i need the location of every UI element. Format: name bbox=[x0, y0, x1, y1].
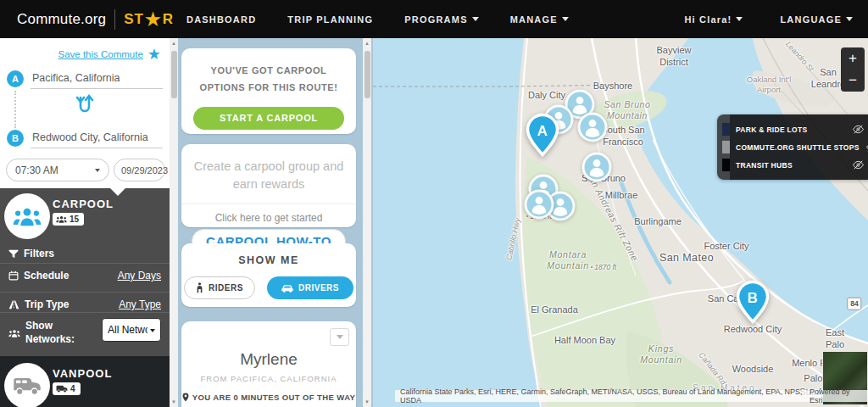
location-pin-icon bbox=[182, 393, 189, 402]
nav-right: Hi Clara! LANGUAGE bbox=[684, 0, 853, 38]
people-icon bbox=[8, 329, 20, 337]
map-label: Montara Mountain bbox=[547, 249, 589, 271]
app-window: Commute.org ST★R DASHBOARD TRIP PLANNING… bbox=[0, 0, 868, 407]
schedule-label: Schedule bbox=[8, 270, 69, 282]
map-label: Bayview District bbox=[657, 45, 692, 69]
vanpool-title: VANPOOL bbox=[53, 367, 112, 380]
vanpool-section: VANPOOL 4 bbox=[0, 356, 170, 407]
map-label: Half Moon Bay bbox=[554, 335, 615, 347]
divider bbox=[181, 204, 356, 204]
scroll-up-icon[interactable]: ▲ bbox=[170, 41, 178, 46]
powered-by-esri: Powered by Esri bbox=[810, 387, 863, 404]
map-zoom-control: + − bbox=[841, 47, 865, 92]
scrollbar-thumb[interactable] bbox=[171, 51, 177, 98]
zoom-in-button[interactable]: + bbox=[841, 47, 865, 70]
scrollbar-thumb[interactable] bbox=[364, 51, 370, 98]
svg-text:A: A bbox=[537, 123, 548, 139]
language-menu[interactable]: LANGUAGE bbox=[780, 14, 853, 25]
vanpool-mode-button[interactable] bbox=[4, 363, 50, 407]
results-panel: ▲ ▼ ▲ ▼ YOU'VE GOT CARPOOL OPTIONS FOR T… bbox=[170, 38, 373, 407]
nav-links: DASHBOARD TRIP PLANNING PROGRAMS MANAGE bbox=[186, 0, 569, 38]
carpool-match-marker[interactable] bbox=[581, 152, 612, 182]
start-carpool-button[interactable]: START A CARPOOL bbox=[193, 107, 343, 130]
map-label: Burlingame bbox=[634, 216, 682, 228]
user-menu[interactable]: Hi Clara! bbox=[684, 14, 743, 25]
schedule-value-link[interactable]: Any Days bbox=[118, 270, 161, 282]
map-label: Kings Mountain bbox=[640, 343, 682, 365]
map-label: 1870 ft bbox=[591, 263, 616, 272]
legend-layer-row[interactable]: COMMUTE.ORG SHUTTLE STOPS bbox=[722, 138, 865, 156]
vanpool-count-badge: 4 bbox=[53, 382, 81, 395]
divider bbox=[0, 312, 170, 313]
filters-header[interactable]: Filters bbox=[8, 248, 54, 259]
time-select[interactable]: 07:30 AM bbox=[6, 159, 109, 181]
destination-row: B Redwood City, California bbox=[7, 130, 163, 148]
carpool-mode-button[interactable] bbox=[4, 193, 50, 239]
zoom-out-button[interactable]: − bbox=[841, 70, 865, 92]
nav-manage[interactable]: MANAGE bbox=[510, 14, 569, 25]
star-icon[interactable]: ★ bbox=[147, 47, 161, 62]
brand-name: Commute.org bbox=[17, 11, 106, 28]
visibility-off-icon[interactable] bbox=[852, 159, 865, 170]
chevron-down-icon bbox=[150, 329, 155, 335]
show-me-toggle: RIDERS DRIVERS bbox=[181, 276, 356, 299]
rider-person-icon bbox=[196, 282, 203, 293]
chevron-down-icon bbox=[736, 17, 743, 25]
nav-programs[interactable]: PROGRAMS bbox=[404, 14, 478, 25]
brand-divider bbox=[114, 9, 115, 30]
date-picker[interactable]: 09/29/2023 bbox=[114, 159, 165, 181]
group-heading: Create a carpool group and earn rewards bbox=[188, 158, 349, 193]
section-notch bbox=[110, 188, 125, 196]
match-name: Myrlene bbox=[181, 350, 356, 369]
trip-type-value-link[interactable]: Any Type bbox=[119, 298, 161, 310]
carpool-group-card: Create a carpool group and earn rewards … bbox=[181, 144, 356, 227]
divider bbox=[0, 263, 170, 264]
carpool-people-icon bbox=[13, 206, 42, 226]
scroll-down-icon[interactable]: ▼ bbox=[363, 399, 371, 404]
networks-select[interactable]: All Networks bbox=[102, 318, 161, 342]
map-canvas[interactable]: Bayview DistrictBayshoreDaly CitySan Bru… bbox=[373, 38, 868, 407]
show-me-card: SHOW ME RIDERS DRIVE bbox=[181, 243, 356, 307]
van-icon bbox=[56, 385, 68, 393]
visibility-off-icon[interactable] bbox=[852, 124, 865, 135]
nav-trip-planning[interactable]: TRIP PLANNING bbox=[287, 14, 373, 25]
save-commute[interactable]: Save this Commute ★ bbox=[58, 47, 162, 62]
layer-color-swatch bbox=[722, 123, 730, 136]
scroll-up-icon[interactable]: ▲ bbox=[363, 41, 371, 46]
legend-layer-row[interactable]: TRANSIT HUBS bbox=[722, 156, 865, 174]
origin-row: A Pacifica, California bbox=[7, 70, 163, 89]
sidebar-scrollbar[interactable]: ▲ ▼ bbox=[170, 38, 178, 407]
carpool-options-card: YOU'VE GOT CARPOOL OPTIONS FOR THIS ROUT… bbox=[181, 48, 356, 134]
collapse-card-button[interactable] bbox=[330, 328, 349, 346]
chevron-down-icon bbox=[846, 17, 853, 25]
route-pin-a[interactable]: A bbox=[525, 113, 560, 162]
origin-marker-a: A bbox=[7, 70, 24, 87]
show-me-heading: SHOW ME bbox=[181, 254, 356, 266]
destination-input[interactable]: Redwood City, California bbox=[31, 131, 163, 148]
chevron-down-icon bbox=[562, 17, 569, 25]
brand-star-logo: ST★R bbox=[124, 10, 174, 28]
trip-type-filter: Trip Type Any Type bbox=[8, 298, 161, 310]
get-started-text: Click here to get started bbox=[181, 212, 356, 224]
carpool-match-marker[interactable] bbox=[577, 112, 608, 142]
carpool-section: CARPOOL 15 Filters bbox=[0, 188, 170, 356]
carpool-match-marker[interactable] bbox=[524, 189, 554, 220]
carpool-title: CARPOOL bbox=[53, 198, 114, 210]
save-commute-link[interactable]: Save this Commute bbox=[58, 49, 143, 59]
riders-toggle-button[interactable]: RIDERS bbox=[184, 276, 255, 299]
scroll-down-icon[interactable]: ▼ bbox=[170, 399, 178, 404]
destination-marker-b: B bbox=[7, 130, 24, 147]
map-label: Foster City bbox=[704, 241, 748, 253]
drivers-toggle-button[interactable]: DRIVERS bbox=[267, 276, 353, 299]
swap-locations-icon[interactable] bbox=[73, 91, 97, 116]
panel-scrollbar[interactable]: ▲ ▼ bbox=[363, 38, 371, 407]
route-pin-b[interactable]: B bbox=[735, 280, 771, 329]
nav-dashboard[interactable]: DASHBOARD bbox=[186, 14, 256, 25]
van-icon bbox=[13, 376, 42, 395]
time-date-row: 07:30 AM 09/29/2023 bbox=[6, 159, 165, 181]
origin-input[interactable]: Pacifica, California bbox=[31, 72, 163, 89]
legend-layer-row[interactable]: PARK & RIDE LOTS bbox=[722, 120, 865, 138]
map-label: South San Francisco bbox=[601, 125, 644, 148]
brand-logo[interactable]: Commute.org ST★R bbox=[17, 0, 174, 38]
layer-label: PARK & RIDE LOTS bbox=[736, 125, 846, 134]
